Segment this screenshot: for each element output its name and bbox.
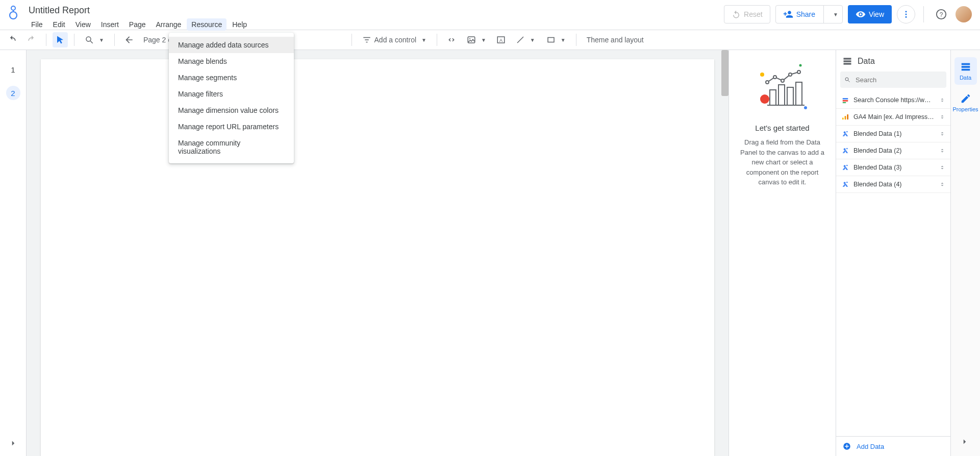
header-right: Reset Share ▼ View ? [724,3,972,23]
menu-resource[interactable]: Resource [187,18,227,31]
resource-menu-item[interactable]: Manage community visualizations [169,135,294,159]
redo-button[interactable] [23,32,40,47]
separator [351,34,352,46]
undo-button[interactable] [4,32,20,47]
resource-menu-item[interactable]: Manage added data sources [169,37,294,53]
canvas-area[interactable] [27,50,728,456]
document-title[interactable]: Untitled Report [27,3,252,17]
select-tool[interactable] [53,32,68,47]
data-panel: Data Search Console https://www.search…G… [836,50,950,456]
shape-tool[interactable]: ▼ [542,32,570,47]
svg-rect-39 [842,117,844,119]
report-canvas[interactable] [41,59,714,456]
cursor-icon [56,35,65,44]
reset-button[interactable]: Reset [724,5,770,23]
menu-edit[interactable]: Edit [48,18,70,31]
page-thumb[interactable]: 2 [6,86,20,100]
menu-help[interactable]: Help [228,18,252,31]
rail-tab-properties[interactable]: Properties [954,89,977,116]
pencil-icon [960,93,971,104]
table-icon [960,61,971,73]
svg-rect-33 [844,63,851,64]
unfold-icon[interactable] [939,130,945,137]
svg-point-3 [860,13,862,15]
menu-file[interactable]: File [27,18,47,31]
menu-arrange[interactable]: Arrange [152,18,186,31]
line-tool[interactable]: ▼ [512,32,539,47]
expand-pages-button[interactable] [6,436,21,451]
account-avatar[interactable] [956,6,972,22]
caret-down-icon: ▼ [530,37,535,43]
caret-down-icon: ▼ [481,37,486,43]
menu-insert[interactable]: Insert [96,18,123,31]
getting-started-title: Let's get started [755,124,809,132]
svg-point-12 [469,38,470,39]
scrollbar-thumb[interactable] [721,50,728,96]
svg-rect-21 [778,85,785,105]
text-tool[interactable]: A [493,32,509,47]
collapse-rail-button[interactable] [957,434,973,450]
separator [74,34,74,46]
view-button[interactable]: View [848,5,892,23]
datasource-icon [841,130,849,138]
getting-started-description: Drag a field from the Data Panel to the … [736,137,828,187]
chart-illustration-icon [752,59,813,115]
chevron-right-icon [960,437,969,446]
svg-rect-22 [787,87,793,105]
page-thumb[interactable]: 1 [6,62,20,77]
more-options-button[interactable] [897,5,915,23]
data-source-item[interactable]: Blended Data (2) [836,142,950,159]
unfold-icon[interactable] [939,113,945,121]
data-source-item[interactable]: Blended Data (1) [836,126,950,142]
caret-down-icon[interactable]: ▼ [833,12,838,17]
data-source-item[interactable]: GA4 Main [ex. Ad Impressions] [836,109,950,126]
reset-label: Reset [744,10,763,18]
data-panel-header: Data [836,50,950,71]
add-circle-icon [842,442,851,451]
svg-point-46 [844,165,846,167]
caret-down-icon: ▼ [99,37,104,43]
resource-menu-item[interactable]: Manage dimension value colors [169,102,294,118]
caret-down-icon: ▼ [561,37,566,43]
unfold-icon[interactable] [939,164,945,171]
data-search-input[interactable] [855,76,942,84]
prev-page-button[interactable] [121,32,137,47]
share-button[interactable]: Share ▼ [775,5,843,23]
svg-point-18 [799,64,801,67]
text-box-icon: A [496,35,506,44]
image-tool[interactable]: ▼ [463,32,490,47]
unfold-icon[interactable] [939,97,945,104]
data-source-item[interactable]: Blended Data (3) [836,159,950,176]
menu-page[interactable]: Page [124,18,150,31]
zoom-tool[interactable]: ▼ [81,32,108,47]
unfold-icon[interactable] [939,181,945,188]
add-control-button[interactable]: Add a control ▼ [358,32,431,47]
datasource-icon [841,96,849,104]
svg-rect-16 [548,38,554,42]
resource-menu-item[interactable]: Manage blends [169,53,294,69]
data-source-item[interactable]: Blended Data (4) [836,176,950,193]
svg-point-25 [766,81,769,84]
rail-tab-data[interactable]: Data [954,57,977,85]
svg-point-6 [906,16,907,18]
menu-view[interactable]: View [71,18,95,31]
resource-menu-item[interactable]: Manage segments [169,69,294,86]
add-data-button[interactable]: Add Data [836,436,950,456]
svg-point-9 [86,37,91,41]
unfold-icon[interactable] [939,147,945,154]
resource-menu-item[interactable]: Manage filters [169,86,294,102]
resource-menu-item[interactable]: Manage report URL parameters [169,118,294,135]
data-search[interactable] [840,71,946,88]
datasource-icon [841,163,849,172]
embed-button[interactable] [443,32,460,47]
svg-point-4 [906,11,907,12]
looker-studio-logo[interactable] [6,5,20,19]
svg-point-1 [10,12,17,19]
data-source-item[interactable]: Search Console https://www.search… [836,92,950,109]
more-vert-icon [901,10,911,19]
datasource-icon [841,180,849,188]
person-add-icon [783,9,793,19]
help-button[interactable]: ? [932,5,950,23]
svg-text:A: A [499,38,502,43]
theme-layout-button[interactable]: Theme and layout [583,32,648,47]
